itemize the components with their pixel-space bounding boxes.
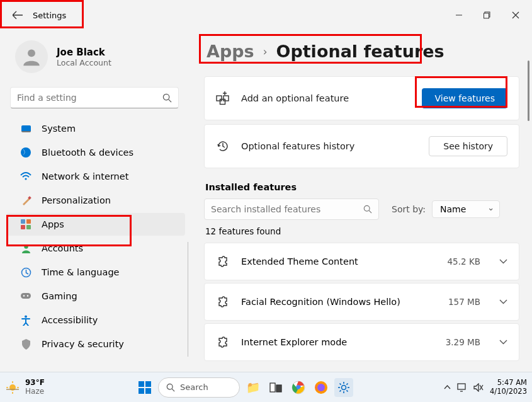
svg-rect-24 [6, 389, 19, 390]
gaming-icon [20, 290, 31, 302]
search-icon [363, 205, 372, 214]
sort-label: Sort by: [392, 204, 426, 214]
tray-time: 5:47 AM [490, 379, 527, 387]
view-features-button[interactable]: View features [422, 88, 507, 108]
puzzle-icon [216, 295, 230, 309]
maximize-button[interactable] [473, 5, 501, 25]
svg-line-5 [169, 99, 171, 101]
svg-point-4 [163, 94, 169, 100]
search-installed-input[interactable] [211, 204, 363, 214]
profile-block[interactable]: Joe Black Local Account [0, 35, 189, 83]
back-button[interactable] [13, 11, 23, 20]
svg-line-45 [346, 383, 348, 384]
svg-rect-31 [270, 383, 275, 392]
svg-line-44 [339, 390, 341, 391]
sidebar-item-accessibility[interactable]: Accessibility [6, 309, 185, 331]
start-button[interactable] [135, 378, 154, 397]
system-icon [20, 123, 31, 134]
search-icon [166, 383, 175, 392]
tray-network-icon[interactable] [457, 383, 467, 392]
title-label: Settings [33, 11, 66, 20]
svg-point-8 [24, 244, 28, 248]
sidebar-item-network[interactable]: Network & internet [6, 165, 185, 188]
search-icon [162, 93, 172, 103]
tray-volume-icon[interactable] [473, 383, 484, 392]
minimize-button[interactable] [444, 5, 473, 25]
breadcrumb-parent[interactable]: Apps [207, 42, 254, 61]
sidebar-item-bluetooth[interactable]: 〉 Bluetooth & devices [6, 141, 185, 164]
wifi-icon [20, 171, 31, 182]
svg-line-18 [369, 210, 371, 213]
tray-clock[interactable]: 5:47 AM 4/10/2023 [490, 379, 527, 395]
add-feature-icon [216, 91, 230, 105]
feature-name: Facial Recognition (Windows Hello) [241, 297, 437, 307]
history-label: Optional features history [241, 141, 417, 151]
weather-widget[interactable]: 93°F Haze [5, 379, 45, 395]
weather-cond: Haze [25, 388, 45, 396]
svg-rect-2 [484, 13, 489, 18]
sidebar-item-label: Accessibility [42, 315, 98, 325]
feature-row[interactable]: Facial Recognition (Windows Hello) 157 M… [204, 283, 519, 321]
svg-rect-26 [145, 381, 151, 387]
taskbar-app-firefox[interactable] [312, 378, 331, 397]
sidebar-item-apps[interactable]: Apps [6, 213, 185, 236]
svg-point-6 [25, 178, 26, 180]
bluetooth-icon: 〉 [20, 147, 31, 158]
svg-rect-27 [139, 388, 144, 394]
sidebar-item-label: System [42, 123, 76, 134]
sidebar-item-accounts[interactable]: Accounts [6, 237, 185, 260]
taskbar-app-settings[interactable] [334, 378, 353, 397]
taskbar-app-chrome[interactable] [289, 378, 308, 397]
feature-row[interactable]: Extended Theme Content 45.2 KB [204, 243, 519, 280]
filter-row: Sort by: Name [204, 198, 519, 220]
see-history-button[interactable]: See history [429, 136, 507, 156]
svg-point-12 [27, 295, 28, 296]
search-input[interactable] [10, 87, 179, 108]
close-button[interactable] [501, 5, 529, 25]
feature-size: 157 MB [448, 297, 480, 307]
chevron-right-icon: › [263, 45, 268, 58]
tray-chevron-icon[interactable] [444, 385, 451, 389]
feature-row[interactable]: Internet Explorer mode 3.29 MB [204, 323, 519, 361]
svg-point-36 [317, 384, 325, 391]
chevron-down-icon [499, 299, 507, 304]
svg-point-29 [167, 384, 173, 389]
content: Apps › Optional features Add an optional… [189, 30, 532, 370]
sidebar-item-time[interactable]: Time & language [6, 261, 185, 284]
sidebar-item-personalization[interactable]: Personalization [6, 189, 185, 212]
feature-size: 45.2 KB [448, 256, 480, 267]
svg-rect-28 [145, 388, 151, 394]
apps-icon [20, 219, 31, 230]
titlebar: Settings [0, 0, 532, 30]
paintbrush-icon [20, 195, 31, 206]
taskbar-app-taskview[interactable] [266, 378, 285, 397]
sidebar-item-system[interactable]: System [6, 117, 185, 140]
chevron-down-icon [499, 259, 507, 264]
clock-icon [20, 267, 31, 278]
sort-dropdown[interactable]: Name [432, 200, 500, 218]
svg-rect-16 [220, 100, 225, 105]
svg-line-30 [172, 389, 174, 391]
sidebar-item-gaming[interactable]: Gaming [6, 285, 185, 307]
puzzle-icon [216, 335, 230, 349]
sidebar-item-privacy[interactable]: Privacy & security [6, 333, 185, 355]
sidebar-item-label: Network & internet [42, 171, 128, 181]
svg-point-13 [25, 315, 27, 318]
shield-icon [20, 338, 31, 350]
window-controls [444, 5, 529, 25]
breadcrumb-current: Optional features [276, 42, 444, 61]
scrollbar[interactable] [528, 60, 529, 121]
puzzle-icon [216, 255, 230, 268]
features-count: 12 features found [205, 226, 519, 236]
search-installed-features[interactable] [204, 198, 379, 220]
avatar [15, 40, 48, 73]
search-field[interactable] [17, 93, 162, 103]
svg-rect-15 [224, 96, 229, 101]
installed-heading: Installed features [205, 182, 519, 192]
taskbar-app-explorer[interactable]: 📁 [244, 378, 263, 397]
accessibility-icon [20, 314, 31, 326]
taskbar-search[interactable]: Search [158, 377, 240, 398]
sidebar-item-label: Accounts [42, 243, 83, 253]
svg-point-11 [23, 295, 25, 296]
chevron-down-icon [499, 340, 507, 345]
